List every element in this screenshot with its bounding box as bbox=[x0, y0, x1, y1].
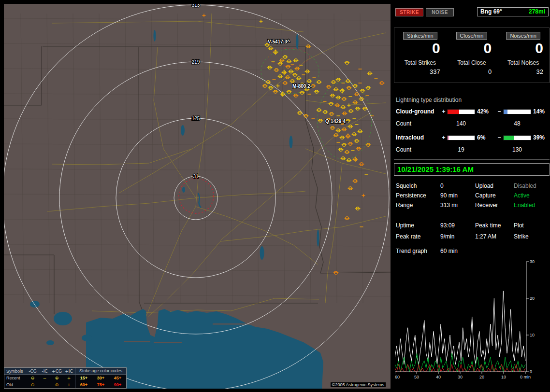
strikes-counter-column: Strikes/min 0 Total Strikes 337 bbox=[394, 28, 446, 83]
distance-label: 278mi bbox=[529, 8, 545, 16]
legend-col-ncg: -CG bbox=[27, 369, 39, 374]
close-per-min-label: Close/min bbox=[456, 32, 488, 40]
legend-symbols-header: Symbols bbox=[4, 369, 27, 374]
noise-indicator[interactable]: NOISE bbox=[426, 8, 454, 16]
svg-text:M-800 2-: M-800 2- bbox=[292, 84, 312, 89]
copyright-notice: ©2005 Astrogenic Systems bbox=[331, 382, 386, 387]
svg-text:219: 219 bbox=[192, 59, 200, 65]
upload-label: Upload bbox=[473, 182, 512, 189]
total-noises-label: Total Noises bbox=[497, 59, 549, 66]
age-75: 75+ bbox=[92, 382, 109, 387]
noises-counter-column: Noises/min 0 Total Noises 32 bbox=[497, 28, 549, 83]
receiver-value: Enabled bbox=[512, 202, 550, 209]
svg-text:0: 0 bbox=[530, 369, 532, 374]
total-close-value: 0 bbox=[446, 68, 498, 75]
stats-row-peak-rate: Peak rate 9/min 1:27 AM Strike bbox=[394, 233, 550, 240]
uptime-value: 93:09 bbox=[438, 222, 473, 229]
strike-indicator[interactable]: STRIKE bbox=[395, 8, 423, 16]
ic-count-label: Count bbox=[394, 146, 440, 153]
trend-graph: 30201006050403020100 min bbox=[395, 260, 542, 381]
plot-value: Strike bbox=[512, 233, 550, 240]
map-legend: Symbols -CG -IC +CG +IC Strike age color… bbox=[4, 367, 127, 389]
ic-plus-bar bbox=[447, 135, 475, 140]
ic-plus-pct: 6% bbox=[475, 134, 495, 141]
svg-text:125: 125 bbox=[192, 116, 200, 121]
old-pic-icon: + bbox=[63, 382, 75, 387]
plot-label: Plot bbox=[512, 222, 550, 229]
old-pcg-icon: ⊕ bbox=[51, 382, 63, 387]
age-30: 30+ bbox=[92, 376, 109, 380]
total-strikes-label: Total Strikes bbox=[394, 59, 446, 66]
svg-text:V-5417 3^: V-5417 3^ bbox=[268, 39, 290, 44]
svg-text:60: 60 bbox=[395, 375, 400, 379]
ic-minus-pct: 39% bbox=[531, 134, 550, 141]
svg-text:313: 313 bbox=[192, 4, 200, 8]
legend-recent-row: Recent ⊖ − ⊕ + 15+ 30+ 45+ bbox=[4, 375, 126, 381]
plus-sign: + bbox=[440, 108, 447, 115]
cg-plus-count: 140 bbox=[447, 120, 475, 127]
age-90: 90+ bbox=[109, 382, 126, 387]
counters-box: Strikes/min 0 Total Strikes 337 Close/mi… bbox=[394, 28, 550, 83]
legend-old-label: Old bbox=[4, 382, 27, 387]
squelch-label: Squelch bbox=[394, 182, 438, 189]
cloud-ground-label: Cloud-ground bbox=[394, 108, 440, 115]
legend-age-header: Strike age color codes bbox=[75, 368, 126, 374]
persistence-value: 90 min bbox=[438, 192, 473, 199]
svg-text:Q-1429 4-: Q-1429 4- bbox=[325, 119, 347, 124]
svg-text:20: 20 bbox=[530, 296, 535, 301]
cg-minus-pct: 14% bbox=[531, 108, 550, 115]
cg-minus-bar bbox=[503, 109, 531, 114]
capture-value: Active bbox=[512, 192, 550, 199]
distribution-title: Lightning type distribution bbox=[394, 97, 550, 105]
receiver-label: Receiver bbox=[473, 202, 512, 209]
svg-text:30: 30 bbox=[530, 260, 535, 264]
peak-rate-label: Peak rate bbox=[394, 233, 438, 240]
cg-plus-bar bbox=[447, 109, 475, 114]
status-row-range: Range 313 mi Receiver Enabled bbox=[394, 202, 550, 209]
cloud-ground-row: Cloud-ground + 42% − 14% bbox=[394, 108, 550, 115]
recent-pcg-icon: ⊕ bbox=[51, 376, 63, 380]
datetime-display: 10/21/2025 1:39:16 AM bbox=[394, 163, 550, 176]
bearing-display: Bng 69° 278mi bbox=[477, 7, 549, 16]
total-close-label: Total Close bbox=[446, 59, 498, 66]
close-counter-column: Close/min 0 Total Close 0 bbox=[446, 28, 498, 83]
plus-sign: + bbox=[440, 134, 447, 141]
svg-text:31: 31 bbox=[193, 174, 199, 179]
separator bbox=[394, 159, 550, 160]
squelch-value: 0 bbox=[438, 182, 473, 189]
peak-time-label: Peak time bbox=[473, 222, 512, 229]
peak-time-value: 1:27 AM bbox=[473, 233, 512, 240]
legend-col-pic: +IC bbox=[63, 369, 75, 374]
map-canvas: 31125219313 V-5417 3^M-800 2-Q-1429 4- bbox=[4, 4, 391, 389]
noises-per-min-label: Noises/min bbox=[506, 32, 540, 40]
age-45: 45+ bbox=[109, 376, 126, 380]
minus-sign: − bbox=[495, 134, 503, 141]
bearing-label: Bng 69° bbox=[480, 8, 502, 15]
lightning-map[interactable]: 31125219313 V-5417 3^M-800 2-Q-1429 4- S… bbox=[4, 4, 391, 389]
trend-window-value: 60 min bbox=[438, 248, 473, 254]
strikes-per-min-label: Strikes/min bbox=[403, 32, 437, 40]
uptime-label: Uptime bbox=[394, 222, 438, 229]
control-panel: STRIKE NOISE Bng 69° 278mi Strikes/min 0… bbox=[394, 0, 550, 392]
minus-sign: − bbox=[495, 108, 503, 115]
trend-graph-label-row: Trend graph 60 min bbox=[394, 248, 550, 254]
legend-recent-label: Recent bbox=[4, 376, 27, 380]
svg-text:40: 40 bbox=[436, 375, 441, 379]
intracloud-row: Intracloud + 6% − 39% bbox=[394, 134, 550, 141]
noises-per-min-value: 0 bbox=[497, 41, 549, 56]
age-60: 60+ bbox=[75, 382, 92, 387]
close-per-min-value: 0 bbox=[446, 41, 498, 56]
intracloud-count-row: Count 19 130 bbox=[394, 146, 550, 153]
upload-value: Disabled bbox=[512, 182, 550, 189]
recent-pic-icon: + bbox=[63, 376, 75, 380]
old-ncg-icon: ⊖ bbox=[27, 382, 39, 387]
legend-header-row: Symbols -CG -IC +CG +IC Strike age color… bbox=[4, 368, 126, 375]
ic-minus-count: 130 bbox=[503, 146, 531, 153]
age-15: 15+ bbox=[75, 376, 92, 380]
cg-count-label: Count bbox=[394, 120, 440, 127]
range-label: Range bbox=[394, 202, 438, 209]
trend-graph-label: Trend graph bbox=[394, 248, 438, 254]
legend-col-nic: -IC bbox=[39, 369, 51, 374]
total-noises-value: 32 bbox=[497, 68, 549, 75]
recent-nic-icon: − bbox=[39, 376, 51, 380]
